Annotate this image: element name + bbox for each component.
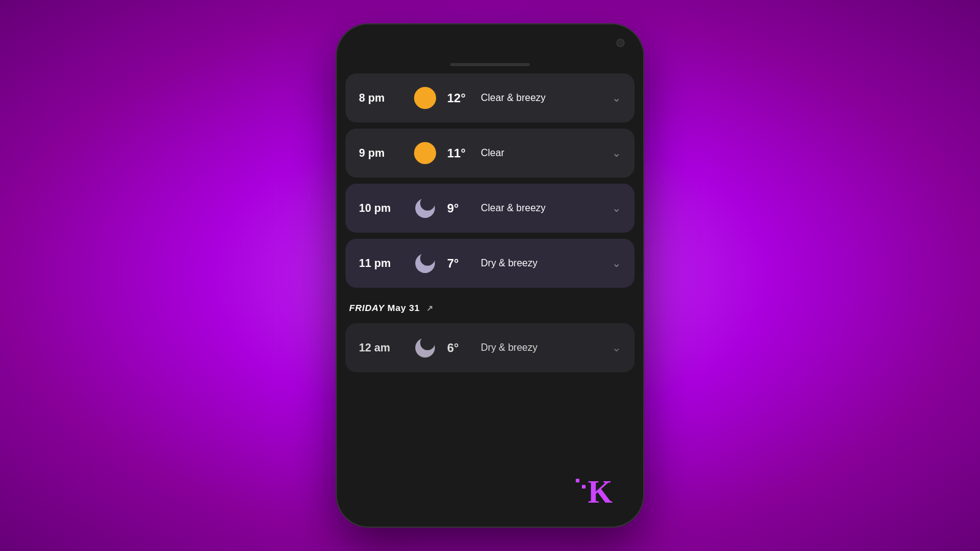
phone-content: 8 pm 12° Clear & breezy ⌄ 9 pm 11° Clear…	[337, 67, 643, 527]
section-link-icon[interactable]: ↗	[426, 304, 434, 313]
sun-icon-8pm	[413, 86, 437, 110]
section-date: May 31	[387, 302, 420, 313]
phone-wrapper: 8 pm 12° Clear & breezy ⌄ 9 pm 11° Clear…	[337, 24, 643, 527]
weather-row-11pm[interactable]: 11 pm 7° Dry & breezy ⌄	[345, 239, 635, 288]
chevron-9pm: ⌄	[612, 146, 621, 160]
weather-row-10pm[interactable]: 10 pm 9° Clear & breezy ⌄	[345, 184, 635, 233]
section-title: FRIDAY May 31 ↗	[349, 302, 434, 313]
time-8pm: 8 pm	[359, 92, 408, 105]
condition-10pm: Clear & breezy	[481, 203, 607, 214]
time-9pm: 9 pm	[359, 147, 408, 160]
phone-camera	[616, 39, 625, 47]
temp-11pm: 7°	[447, 257, 481, 271]
phone-frame: 8 pm 12° Clear & breezy ⌄ 9 pm 11° Clear…	[337, 24, 643, 527]
phone-notch-bar	[337, 61, 643, 67]
sun-icon-9pm	[413, 141, 437, 165]
section-day: FRIDAY	[349, 302, 385, 313]
moon-icon-12am	[413, 335, 437, 360]
weather-row-12am[interactable]: 12 am 6° Dry & breezy ⌄	[345, 323, 635, 372]
time-12am: 12 am	[359, 342, 408, 354]
time-10pm: 10 pm	[359, 202, 408, 215]
condition-11pm: Dry & breezy	[481, 258, 607, 269]
chevron-10pm: ⌄	[612, 201, 621, 215]
section-header-friday: FRIDAY May 31 ↗	[345, 294, 635, 317]
chevron-12am: ⌄	[612, 341, 621, 354]
chevron-11pm: ⌄	[612, 257, 621, 270]
temp-12am: 6°	[447, 341, 481, 355]
chevron-8pm: ⌄	[612, 91, 621, 105]
condition-12am: Dry & breezy	[481, 342, 607, 353]
watermark-dots	[576, 479, 586, 489]
time-11pm: 11 pm	[359, 257, 408, 270]
phone-top-bar	[337, 24, 643, 61]
condition-8pm: Clear & breezy	[481, 92, 607, 103]
moon-icon-10pm	[413, 196, 437, 220]
temp-9pm: 11°	[447, 146, 481, 160]
watermark: K	[576, 476, 612, 508]
temp-8pm: 12°	[447, 91, 481, 105]
watermark-letter: K	[588, 476, 612, 508]
phone-pill	[450, 63, 530, 66]
weather-row-9pm[interactable]: 9 pm 11° Clear ⌄	[345, 129, 635, 178]
condition-9pm: Clear	[481, 148, 607, 159]
weather-row-8pm[interactable]: 8 pm 12° Clear & breezy ⌄	[345, 73, 635, 122]
moon-icon-11pm	[413, 251, 437, 276]
temp-10pm: 9°	[447, 201, 481, 216]
